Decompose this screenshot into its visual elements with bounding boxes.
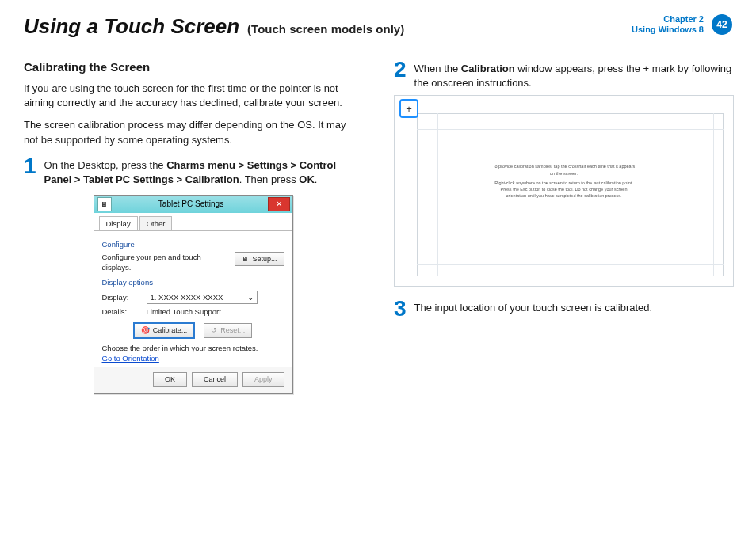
left-column: Calibrating the Screen If you are using … — [24, 59, 362, 394]
right-column: 2 When the Calibration window appears, p… — [394, 59, 732, 394]
dialog-titlebar: 🖥 Tablet PC Settings ✕ — [94, 196, 292, 213]
tab-display[interactable]: Display — [99, 216, 138, 230]
rotate-text: Choose the order in which your screen ro… — [102, 343, 284, 353]
step-1-text: On the Desktop, press the Charms menu > … — [44, 155, 362, 187]
cancel-button[interactable]: Cancel — [192, 372, 238, 387]
step-2: 2 When the Calibration window appears, p… — [394, 59, 732, 90]
step-1: 1 On the Desktop, press the Charms menu … — [24, 155, 362, 187]
apply-button[interactable]: Apply — [242, 372, 284, 387]
calibration-instructions: To provide calibration samples, tap the … — [493, 164, 636, 200]
calibration-window-screenshot: + To provide calibration samples, tap th… — [394, 95, 734, 287]
configure-heading: Configure — [102, 239, 284, 249]
section-heading: Calibrating the Screen — [24, 59, 362, 75]
page-title: Using a Touch Screen — [24, 14, 239, 39]
details-value: Limited Touch Support — [147, 306, 221, 317]
setup-button[interactable]: 🖥Setup... — [235, 252, 284, 267]
details-label: Details: — [102, 306, 139, 317]
ok-button[interactable]: OK — [153, 372, 187, 387]
intro-paragraph-2: The screen calibration process may diffe… — [24, 118, 362, 146]
crosshair-icon: + — [399, 99, 418, 118]
step-2-text: When the Calibration window appears, pre… — [414, 59, 732, 90]
display-options-heading: Display options — [102, 277, 284, 287]
chevron-down-icon: ⌄ — [247, 292, 254, 302]
page-header: Using a Touch Screen (Touch screen model… — [24, 14, 732, 44]
reset-icon: ↺ — [211, 325, 217, 336]
display-label: Display: — [102, 292, 139, 302]
close-icon[interactable]: ✕ — [268, 197, 290, 211]
step-number-3: 3 — [394, 298, 407, 320]
display-select[interactable]: 1. XXXX XXXX XXXX⌄ — [147, 291, 258, 304]
page-subtitle: (Touch screen models only) — [247, 22, 404, 36]
dialog-app-icon: 🖥 — [97, 197, 112, 211]
tablet-pc-settings-dialog: 🖥 Tablet PC Settings ✕ Display Other Con… — [94, 195, 293, 394]
page-number-badge: 42 — [712, 14, 732, 35]
step-number-2: 2 — [394, 59, 407, 90]
dialog-title: Tablet PC Settings — [115, 199, 268, 210]
tab-other[interactable]: Other — [139, 216, 173, 230]
chapter-label: Chapter 2 Using Windows 8 — [632, 14, 704, 35]
intro-paragraph-1: If you are using the touch screen for th… — [24, 82, 362, 110]
monitor-icon: 🖥 — [242, 254, 249, 264]
step-number-1: 1 — [24, 155, 36, 187]
target-icon: 🎯 — [141, 325, 150, 336]
calibrate-button[interactable]: 🎯Calibrate... — [134, 323, 195, 338]
step-3: 3 The input location of your touch scree… — [394, 298, 732, 320]
step-3-text: The input location of your touch screen … — [414, 298, 732, 320]
configure-desc: Configure your pen and touch displays. — [102, 252, 229, 273]
reset-button[interactable]: ↺Reset... — [204, 323, 252, 338]
orientation-link[interactable]: Go to Orientation — [102, 353, 284, 363]
